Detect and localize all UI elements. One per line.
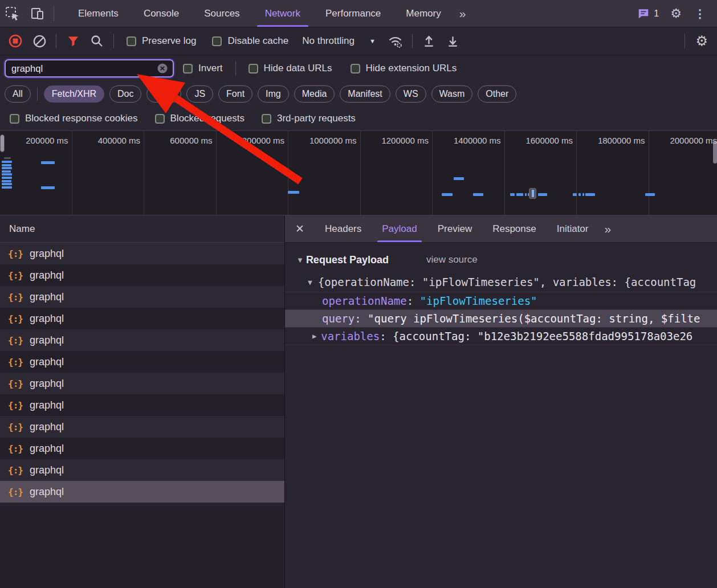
request-row[interactable]: {:}graphql <box>0 416 284 438</box>
detail-tab-payload[interactable]: Payload <box>372 215 427 242</box>
close-details-button[interactable]: ✕ <box>285 215 315 242</box>
waterfall-request-bar[interactable] <box>2 167 12 169</box>
checkbox-unchecked[interactable] <box>10 114 19 124</box>
waterfall-request-bar[interactable] <box>2 177 12 179</box>
collapse-triangle-icon[interactable]: ▼ <box>296 256 304 264</box>
waterfall-request-bar[interactable] <box>41 161 55 164</box>
request-row[interactable]: {:}graphql <box>0 438 284 459</box>
checkbox-unchecked[interactable] <box>262 114 271 124</box>
network-settings-gear-icon[interactable]: ⚙ <box>690 34 714 48</box>
search-network-button[interactable] <box>85 30 109 52</box>
clear-network-log-button[interactable] <box>27 30 51 52</box>
waterfall-request-bar[interactable] <box>41 186 55 189</box>
filter-toggle-button[interactable] <box>61 30 85 52</box>
detail-tab-response[interactable]: Response <box>482 215 547 242</box>
checkbox-unchecked[interactable] <box>351 64 360 74</box>
record-network-log-button[interactable] <box>3 30 27 52</box>
invert-checkbox[interactable]: Invert <box>183 63 223 74</box>
import-har-button[interactable] <box>417 30 441 52</box>
request-row[interactable]: {:}graphql <box>0 329 284 351</box>
chip-ws[interactable]: WS <box>396 85 426 103</box>
chip-fetch-xhr[interactable]: Fetch/XHR <box>44 85 104 103</box>
blocked-response-cookies-checkbox[interactable]: Blocked response cookies <box>10 113 138 124</box>
tab-elements[interactable]: Elements <box>66 0 131 27</box>
chip-css[interactable]: CSS <box>146 85 181 103</box>
tab-network[interactable]: Network <box>252 0 313 27</box>
network-overview-timeline[interactable]: 200000 ms400000 ms600000 ms800000 ms1000… <box>0 131 717 215</box>
waterfall-request-bar[interactable] <box>2 186 12 189</box>
tab-performance[interactable]: Performance <box>313 0 393 27</box>
more-options-icon[interactable]: ⋮ <box>687 8 712 19</box>
name-column-header[interactable]: Name <box>0 215 284 243</box>
filter-input-value[interactable]: graphql <box>11 63 157 74</box>
waterfall-request-bar[interactable] <box>645 193 655 196</box>
chip-font[interactable]: Font <box>218 85 252 103</box>
clear-filter-button[interactable] <box>157 63 168 74</box>
inspect-element-button[interactable] <box>0 0 25 27</box>
waterfall-request-bar[interactable] <box>2 164 11 166</box>
device-toolbar-button[interactable] <box>25 0 50 27</box>
request-row[interactable]: {:}graphql <box>0 481 284 503</box>
collapse-triangle-icon[interactable]: ▼ <box>308 278 312 287</box>
waterfall-request-bar[interactable] <box>288 191 299 194</box>
detail-tab-headers[interactable]: Headers <box>315 215 372 242</box>
checkbox-unchecked[interactable] <box>212 36 222 46</box>
request-payload-section[interactable]: ▼ Request Payload view source <box>285 251 717 269</box>
checkbox-unchecked[interactable] <box>127 36 136 46</box>
chip-js[interactable]: JS <box>186 85 213 103</box>
request-row[interactable]: {:}graphql <box>0 308 284 329</box>
waterfall-request-bar[interactable] <box>538 193 547 196</box>
tab-sources[interactable]: Sources <box>192 0 252 27</box>
chip-wasm[interactable]: Wasm <box>431 85 473 103</box>
disable-cache-checkbox[interactable]: Disable cache <box>212 35 288 47</box>
chip-img[interactable]: Img <box>258 85 289 103</box>
view-source-link[interactable]: view source <box>426 254 478 266</box>
waterfall-request-bar[interactable] <box>442 193 453 196</box>
chip-all[interactable]: All <box>5 85 31 103</box>
waterfall-request-bar[interactable] <box>2 170 11 173</box>
payload-entry-variables[interactable]: ▶variables: {accountTag: "b12e3b2192ee55… <box>285 327 717 345</box>
request-row[interactable]: {:}graphql <box>0 264 284 286</box>
request-row[interactable]: {:}graphql <box>0 394 284 416</box>
waterfall-request-bar[interactable] <box>454 177 464 180</box>
checkbox-unchecked[interactable] <box>183 64 193 74</box>
request-row[interactable]: {:}graphql <box>0 373 284 394</box>
waterfall-request-bar[interactable] <box>516 193 523 196</box>
expand-triangle-icon[interactable]: ▶ <box>312 332 316 340</box>
request-row[interactable]: {:}graphql <box>0 243 284 264</box>
waterfall-request-bar[interactable] <box>473 193 483 196</box>
waterfall-request-bar[interactable] <box>2 180 11 182</box>
request-row[interactable]: {:}graphql <box>0 351 284 373</box>
export-har-button[interactable] <box>441 30 465 52</box>
chip-doc[interactable]: Doc <box>109 85 141 103</box>
more-detail-tabs-button[interactable]: » <box>598 215 616 242</box>
payload-object-preview[interactable]: ▼ {operationName: "ipFlowTimeseries", va… <box>285 272 717 292</box>
waterfall-request-bar[interactable] <box>2 161 12 163</box>
detail-tab-preview[interactable]: Preview <box>427 215 482 242</box>
throttling-select[interactable]: No throttling ▼ <box>302 35 376 47</box>
waterfall-request-bar[interactable] <box>2 183 12 185</box>
filter-input[interactable]: graphql <box>5 59 174 77</box>
waterfall-request-bar[interactable] <box>579 193 581 196</box>
3rd-party-requests-checkbox[interactable]: 3rd-party requests <box>262 113 356 124</box>
waterfall-request-bar[interactable] <box>573 193 577 196</box>
hide-extension-urls-checkbox[interactable]: Hide extension URLs <box>351 63 457 74</box>
hide-data-urls-checkbox[interactable]: Hide data URLs <box>248 63 332 74</box>
waterfall-request-bar[interactable] <box>585 193 595 196</box>
tab-console[interactable]: Console <box>131 0 192 27</box>
chip-manifest[interactable]: Manifest <box>340 85 390 103</box>
payload-entry-operationName[interactable]: operationName: "ipFlowTimeseries" <box>285 292 717 309</box>
waterfall-request-bar[interactable] <box>510 193 515 196</box>
waterfall-request-bar[interactable] <box>2 173 12 175</box>
console-messages-button[interactable]: 1 <box>632 7 665 20</box>
blocked-requests-checkbox[interactable]: Blocked requests <box>155 113 245 124</box>
request-row[interactable]: {:}graphql <box>0 286 284 308</box>
more-panels-button[interactable]: » <box>454 0 471 27</box>
network-conditions-button[interactable] <box>384 30 408 52</box>
chip-media[interactable]: Media <box>294 85 335 103</box>
tab-memory[interactable]: Memory <box>393 0 453 27</box>
checkbox-unchecked[interactable] <box>248 64 258 74</box>
settings-gear-icon[interactable]: ⚙ <box>665 7 687 20</box>
preserve-log-checkbox[interactable]: Preserve log <box>127 35 196 47</box>
waterfall-request-bar[interactable] <box>525 193 527 196</box>
